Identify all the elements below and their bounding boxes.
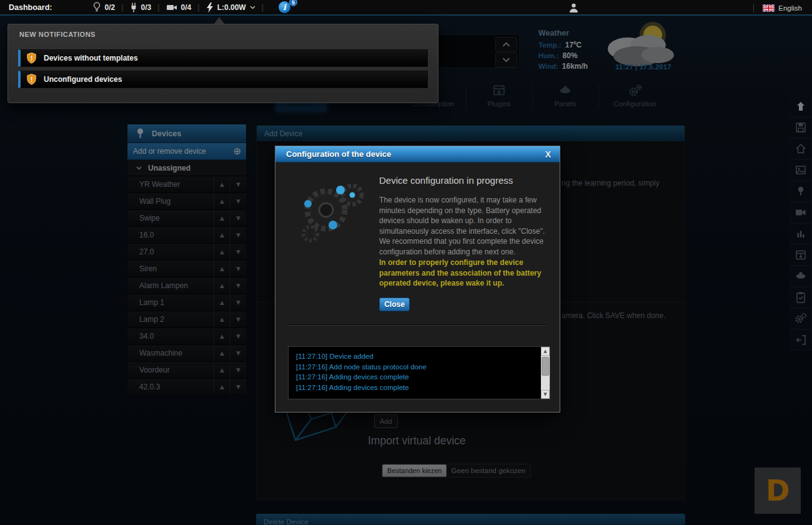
- notification-label: Unconfigured devices: [44, 75, 122, 84]
- log-line: [11:27:16] Adding devices complete: [296, 382, 541, 393]
- notifications-button[interactable]: i 5: [279, 1, 300, 14]
- log-line: [11:27:16] Adding devices complete: [296, 372, 541, 382]
- energy-bolt-icon: [206, 2, 214, 12]
- lights-status[interactable]: 0/2: [93, 2, 115, 12]
- uk-flag-icon: [763, 4, 775, 12]
- modal-close-icon[interactable]: X: [545, 149, 551, 159]
- warning-shield-icon: !: [27, 74, 36, 85]
- close-button[interactable]: Close: [379, 298, 410, 311]
- modal-heading: Device configuration in progress: [379, 175, 555, 186]
- energy-status[interactable]: L:0.00W: [206, 2, 255, 12]
- svg-text:!: !: [31, 76, 33, 83]
- modal-text-column: Device configuration in progress The dev…: [379, 175, 555, 289]
- plug-icon: [130, 2, 137, 12]
- chevron-down-icon: [250, 6, 255, 9]
- cameras-status[interactable]: 0/4: [166, 3, 192, 12]
- configuration-modal: Configuration of the device X Device con…: [275, 146, 560, 412]
- notifications-dropdown: NEW NOTIFICATIONS ! Devices without temp…: [7, 24, 438, 103]
- log-scrollbar[interactable]: ▲ ▼: [541, 347, 550, 399]
- dashboard-title: Dashboard:: [9, 3, 52, 12]
- modal-warning-text: In order to properly configure the devic…: [379, 258, 555, 289]
- lights-count: 0/2: [104, 3, 115, 12]
- svg-text:!: !: [31, 54, 33, 62]
- modal-titlebar[interactable]: Configuration of the device X: [275, 146, 560, 162]
- warning-shield-icon: !: [27, 52, 36, 64]
- energy-value: L:0.00W: [217, 3, 246, 12]
- modal-body-text: The device is now configured, it may tak…: [379, 195, 555, 257]
- dropdown-pointer: [214, 17, 224, 24]
- cameras-count: 0/4: [181, 3, 192, 12]
- notification-label: Devices without templates: [44, 54, 138, 62]
- top-status-bar: Dashboard: 0/2 | 0/3 | 0/4 | L:0.00W | i…: [0, 0, 812, 16]
- notifications-title: NEW NOTIFICATIONS: [19, 31, 96, 38]
- user-icon[interactable]: [569, 3, 578, 12]
- log-line: [11:27:10] Device added: [296, 351, 541, 362]
- app-window: Weather Temp.:17ºC Hum.:80% Wind:16km/h …: [0, 0, 812, 525]
- scrollbar-up-button[interactable]: ▲: [541, 347, 550, 356]
- notification-item[interactable]: ! Devices without templates: [18, 49, 428, 67]
- camera-icon: [166, 4, 177, 11]
- modal-divider: [288, 324, 549, 326]
- device-log-box: [11:27:10] Device added [11:27:16] Add n…: [288, 346, 550, 399]
- log-line: [11:27:16] Add node status protocol done: [296, 362, 541, 372]
- modal-title: Configuration of the device: [286, 149, 545, 159]
- plugs-count: 0/3: [141, 3, 152, 12]
- plugs-status[interactable]: 0/3: [130, 2, 152, 12]
- light-bulb-icon: [93, 2, 101, 12]
- scrollbar-down-button[interactable]: ▼: [541, 390, 550, 399]
- notification-item[interactable]: ! Unconfigured devices: [18, 71, 428, 88]
- language-selector[interactable]: English: [778, 4, 802, 12]
- gears-illustration: [292, 176, 368, 246]
- notification-count-badge: 5: [289, 0, 297, 6]
- scrollbar-thumb[interactable]: [542, 357, 549, 376]
